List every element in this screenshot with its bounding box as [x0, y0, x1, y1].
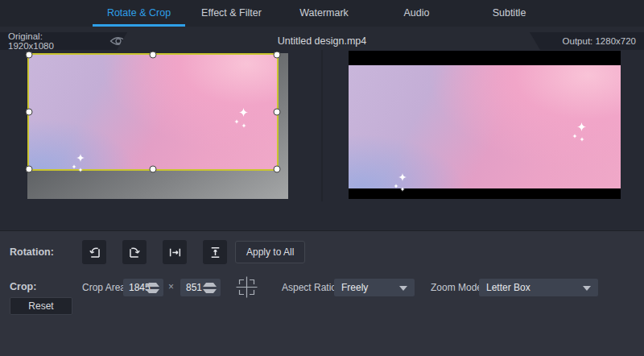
- crop-height-decrement-button[interactable]: [203, 289, 217, 293]
- sparkle-icon: [242, 117, 246, 131]
- crop-handle-top-right[interactable]: [274, 52, 281, 59]
- output-size-label: Output: 1280x720: [563, 36, 636, 46]
- aspect-ratio-select[interactable]: Freely: [334, 279, 415, 296]
- edit-controls: Rotation:: [0, 231, 644, 356]
- tab-effect-and-filter[interactable]: Effect & Filter: [185, 0, 278, 27]
- flip-vertical-icon: [208, 246, 222, 259]
- sparkle-icon: [400, 180, 405, 195]
- original-preview: [27, 53, 288, 199]
- crop-handle-top-center[interactable]: [150, 52, 157, 59]
- rotate-left-button[interactable]: [82, 240, 106, 264]
- crop-height-increment-button[interactable]: [203, 283, 217, 287]
- preview-stage: [0, 50, 644, 201]
- sparkle-icon: [572, 127, 577, 142]
- flip-horizontal-icon: [168, 246, 182, 259]
- crop-handle-bottom-right[interactable]: [274, 166, 281, 173]
- crop-width-increment-button[interactable]: [146, 283, 159, 287]
- crop-handle-bottom-left[interactable]: [26, 166, 33, 173]
- crop-handle-top-left[interactable]: [26, 52, 33, 59]
- rotation-label: Rotation:: [10, 246, 54, 258]
- original-size-tab: Original: 1920x1080: [0, 32, 127, 50]
- aspect-ratio-label: Aspect Ratio:: [282, 282, 339, 293]
- multiply-sign: ×: [168, 281, 174, 292]
- aspect-ratio-value: Freely: [341, 282, 368, 293]
- crop-selection[interactable]: [27, 53, 279, 171]
- crop-handle-bottom-center[interactable]: [150, 166, 157, 173]
- reset-button[interactable]: Reset: [10, 297, 72, 315]
- video-filename: Untitled design.mp4: [201, 32, 443, 50]
- sparkle-icon: [394, 177, 398, 192]
- crop-handle-middle-left[interactable]: [26, 109, 33, 116]
- original-size-label: Original: 1920x1080: [8, 31, 87, 51]
- crop-width-decrement-button[interactable]: [146, 289, 159, 293]
- sparkle-icon: [78, 161, 83, 176]
- tab-watermark[interactable]: Watermark: [278, 0, 370, 27]
- sparkle-icon: [234, 113, 239, 127]
- stage-divider: [321, 50, 323, 201]
- tab-rotate-and-crop[interactable]: Rotate & Crop: [93, 0, 185, 27]
- crop-label: Crop:: [10, 281, 36, 292]
- crop-width-field: [123, 279, 163, 296]
- rotate-left-icon: [88, 246, 101, 259]
- tab-subtitle[interactable]: Subtitle: [463, 0, 555, 27]
- sparkle-icon: [580, 130, 584, 145]
- crop-handle-middle-right[interactable]: [274, 109, 281, 116]
- output-preview: [349, 51, 621, 199]
- top-tab-bar: Rotate & Crop Effect & Filter Watermark …: [0, 0, 644, 27]
- crop-width-input[interactable]: [123, 279, 155, 296]
- crop-center-button[interactable]: [236, 276, 258, 301]
- crop-crosshair-icon: [236, 276, 258, 298]
- preview-header: Original: 1920x1080 Untitled design.mp4 …: [0, 27, 644, 50]
- chevron-down-icon: [399, 286, 407, 291]
- zoom-mode-label: Zoom Mode:: [431, 282, 485, 293]
- apply-to-all-button[interactable]: Apply to All: [235, 241, 305, 263]
- chevron-down-icon: [583, 286, 591, 291]
- crop-height-field: [180, 279, 221, 296]
- transport-bar: 00:00:00.00/00:00:15.10: [0, 201, 644, 231]
- zoom-mode-value: Letter Box: [486, 282, 530, 293]
- output-size-tab: Output: 1280x720: [530, 32, 644, 50]
- rotate-right-button[interactable]: [122, 240, 147, 264]
- crop-area-label: Crop Area:: [82, 282, 128, 293]
- crop-height-input[interactable]: [180, 279, 212, 296]
- flip-horizontal-button[interactable]: [163, 240, 187, 264]
- output-video-content: [349, 65, 621, 188]
- zoom-mode-select[interactable]: Letter Box: [479, 279, 598, 296]
- rotate-right-icon: [128, 246, 142, 259]
- sparkle-icon: [72, 158, 76, 172]
- eye-icon[interactable]: [109, 35, 127, 47]
- flip-vertical-button[interactable]: [203, 240, 227, 264]
- rotate-crop-panel: Rotate & Crop Effect & Filter Watermark …: [0, 0, 644, 356]
- tab-audio[interactable]: Audio: [370, 0, 463, 27]
